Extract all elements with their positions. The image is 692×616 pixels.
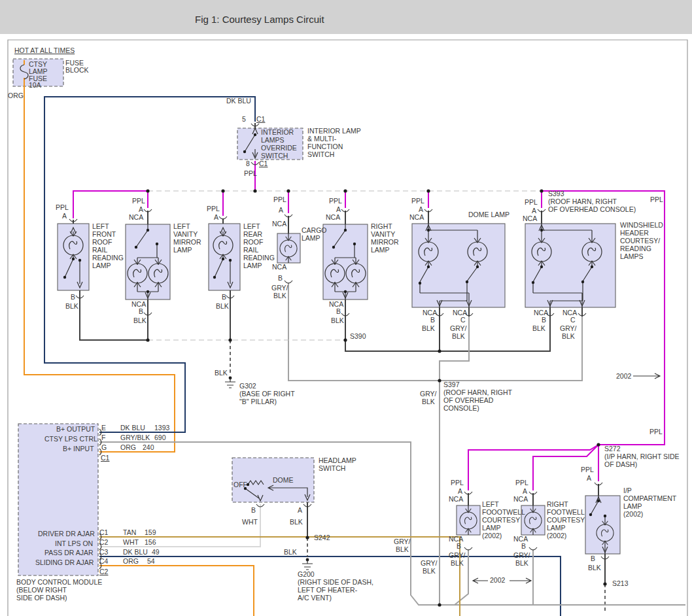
lfw-name-1: LEFT xyxy=(482,500,499,508)
bcm-conn-c1: C1 xyxy=(101,454,109,462)
bcm-pin-label-c3: PASS DR AJAR xyxy=(44,549,94,556)
bcm-ckt-c1: 159 xyxy=(145,528,156,536)
mfs-2: & MULTI- xyxy=(307,135,336,143)
splice-s393-loc-2: OF OVERHEAD CONSOLE) xyxy=(548,205,636,213)
headlamp-switch-1: HEADLAMP xyxy=(319,456,356,464)
lf-name-3: ROOF xyxy=(92,238,112,246)
cargo-gryblk-1: GRY/ xyxy=(271,284,288,292)
ground-g200-loc-2: LEFT OF HEATER- xyxy=(298,586,357,594)
splice-s393-loc-1: (ROOF HARN, RIGHT xyxy=(548,197,617,205)
rv-blk: BLK xyxy=(331,317,344,324)
ip-name-2: COMPARTMENT xyxy=(623,494,676,502)
rfw-name-3: COURTESY xyxy=(547,516,585,524)
ws-pin-c: C xyxy=(570,316,576,324)
bcm-pin-g: G xyxy=(101,443,107,451)
ip-name-1: I/P xyxy=(623,487,632,494)
bcm-wire-c1: TAN xyxy=(123,528,136,536)
headlamp-pin-b: B xyxy=(251,506,256,514)
dome-ppl: PPL xyxy=(411,197,424,205)
ground-g302-loc-1: (BASE OF RIGHT xyxy=(239,390,295,398)
ws-name-1: WINDSHIELD xyxy=(620,221,663,229)
lf-name-2: FRONT xyxy=(92,230,116,238)
ground-g302-loc-2: "B" PILLAR) xyxy=(239,398,277,405)
lf-name-1: LEFT xyxy=(92,222,109,230)
lfw-nca-top: NCA xyxy=(449,495,463,503)
wire-label-dkblu: DK BLU xyxy=(226,97,251,105)
bcm-ckt-f: 690 xyxy=(154,434,166,441)
ip-blk: BLK xyxy=(588,564,601,572)
mfs-1: INTERIOR LAMP xyxy=(307,127,361,135)
override-switch-3: OVERRIDE xyxy=(261,144,297,152)
lr-blk: BLK xyxy=(216,302,229,310)
bcm-name-2: (BELOW RIGHT xyxy=(16,586,67,594)
ws-gryblk-2: BLK xyxy=(562,332,575,340)
bcm-f-gryblk-1: GRY/ xyxy=(394,538,410,545)
rv-name-2: VANITY xyxy=(371,230,395,238)
fuse-block-2: BLOCK xyxy=(65,66,89,74)
dome-gryblk-1: GRY/ xyxy=(450,324,466,332)
rv-nca-top: NCA xyxy=(326,213,340,221)
lfw-gryblk-2: BLK xyxy=(451,559,464,567)
year-2002-right: 2002 xyxy=(616,372,631,380)
bcm-pin-f: F xyxy=(101,434,105,441)
cargo-nca-top: NCA xyxy=(272,220,286,228)
headlamp-off: OFF xyxy=(234,481,247,488)
wiring-diagram-page: Fig 1: Courtesy Lamps Circuit xyxy=(0,0,692,616)
cargo-nca-bot: NCA xyxy=(272,263,286,271)
splice-s397-loc-2: OF OVERHEAD xyxy=(443,396,493,404)
g302-blk: BLK xyxy=(215,369,228,377)
headlamp-switch-2: SWITCH xyxy=(319,464,345,472)
ws-name-5: LAMPS xyxy=(620,252,644,260)
g200-blk: BLK xyxy=(284,548,297,556)
conn-c1-bot: C1 xyxy=(259,160,268,167)
s397-bot-gryblk-2: BLK xyxy=(423,567,436,575)
lfw-name-2: FOOOTWELL xyxy=(482,508,525,516)
bcm-ckt-c2: 156 xyxy=(145,538,156,546)
headlamp-wht: WHT xyxy=(242,518,258,526)
rfw-ppl: PPL xyxy=(515,479,528,487)
ws-gryblk-1: GRY/ xyxy=(560,324,576,332)
dome-pin-c: C xyxy=(460,316,466,324)
splice-s397: S397 xyxy=(443,381,460,388)
lv-name-2: VANITY xyxy=(173,230,198,238)
rfw-pin-a: A xyxy=(523,487,527,495)
wire-label-ppl-right: PPL xyxy=(649,428,663,436)
ws-name-2: HEADER xyxy=(620,229,649,237)
override-switch-1: INTERIOR xyxy=(261,128,294,136)
ws-name-3: COURTESY/ xyxy=(620,237,660,245)
rfw-gryblk-2: BLK xyxy=(515,559,528,567)
mfs-3: FUNCTION xyxy=(307,143,343,150)
year-2002-bottom: 2002 xyxy=(490,576,505,584)
dome-lamp-box xyxy=(412,224,505,307)
ws-blk: BLK xyxy=(532,324,545,332)
ws-nca-top: NCA xyxy=(523,214,537,222)
bcm-wire-f: GRY/BLK xyxy=(120,434,150,441)
connector-symbols xyxy=(69,124,609,569)
lf-name-4: RAIL xyxy=(92,246,107,254)
ip-pin-b: B xyxy=(591,555,595,562)
lv-name-1: LEFT xyxy=(173,222,190,230)
lr-ppl: PPL xyxy=(207,205,220,213)
splice-s397-loc-3: CONSOLE) xyxy=(443,404,479,412)
cargo-name-2: LAMP xyxy=(302,234,320,242)
dome-gryblk-2: BLK xyxy=(452,332,465,340)
year-arrows xyxy=(473,373,660,583)
right-vanity-lamp-box xyxy=(323,224,368,299)
fuse-rating: 10A xyxy=(29,81,41,89)
rfw-name-2: FOOTWELL xyxy=(547,508,585,516)
ground-g302: G302 xyxy=(239,382,256,390)
rv-pin-a: A xyxy=(336,205,341,213)
lv-name-4: LAMP xyxy=(173,246,192,254)
bcm-name-1: BODY CONTROL MODULE xyxy=(16,578,102,586)
lf-pin-b: B xyxy=(71,293,75,301)
rv-pin-b: B xyxy=(336,307,341,315)
lr-name-5: READING xyxy=(243,254,275,262)
splice-s390: S390 xyxy=(350,332,366,340)
override-switch-4: SWITCH xyxy=(261,152,288,160)
lv-pin-a: A xyxy=(139,205,143,213)
bcm-pin-label-e: B+ OUTPUT xyxy=(56,425,95,433)
s397-gryblk-2: BLK xyxy=(422,398,435,405)
bcm-ckt-e: 1393 xyxy=(154,424,169,432)
lfw-ppl: PPL xyxy=(451,479,464,487)
bcm-pin-label-g: B+ INPUT xyxy=(63,445,94,453)
